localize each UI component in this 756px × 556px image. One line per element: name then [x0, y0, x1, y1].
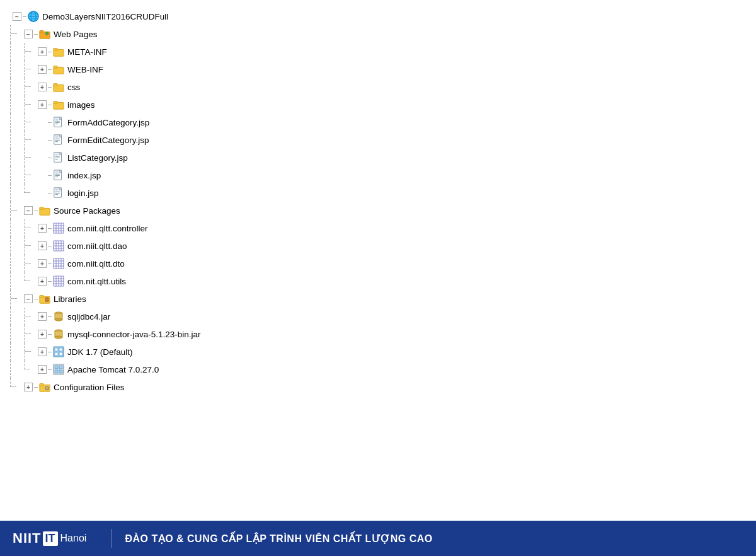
svg-rect-33 [55, 154, 59, 156]
expand-jdk[interactable]: + [38, 347, 47, 356]
jsp-file-icon [53, 117, 64, 128]
expand-webinf[interactable]: + [38, 65, 47, 74]
folder-images-icon [53, 99, 64, 110]
expand-controller[interactable]: + [38, 224, 47, 233]
config-label: Configuration Files [54, 383, 125, 392]
svg-point-86 [55, 336, 62, 339]
tree-node-mysql[interactable]: + mysql-connector-java-5.1.23-bin.jar [8, 325, 756, 343]
webpages-label: Web Pages [54, 30, 98, 39]
package-icon2 [53, 240, 64, 252]
tree-node-css[interactable]: + css [8, 78, 756, 96]
utils-label: com.nit.qltt.utils [67, 277, 126, 286]
svg-point-7 [45, 32, 49, 35]
project-tree: − Demo3LayersNIIT2016CRUDFull − Web Page… [0, 0, 756, 521]
folder-closed-icon [53, 46, 64, 57]
svg-rect-98 [40, 384, 43, 386]
expand-dto[interactable]: + [38, 259, 47, 268]
tree-node-webpages[interactable]: − Web Pages [8, 25, 756, 43]
svg-point-83 [55, 318, 62, 321]
footer: NIIT IT Hanoi ĐÀO TẠO & CUNG CẤP LẬP TRÌ… [0, 521, 756, 556]
login-label: login.jsp [67, 188, 99, 198]
folder-closed-icon2 [53, 64, 64, 75]
tree-node-dto[interactable]: + com.niit.qltt.dto [8, 255, 756, 272]
tree-node-dao[interactable]: + com.niit.qltt.dao [8, 237, 756, 255]
expand-mysql[interactable]: + [38, 330, 47, 339]
jar-icon2 [53, 328, 64, 340]
svg-rect-94 [59, 366, 62, 369]
tree-node-config[interactable]: + Configuration Files [8, 378, 756, 396]
tree-node-formaddcategory[interactable]: FormAddCategory.jsp [8, 113, 756, 131]
svg-rect-27 [55, 136, 59, 138]
footer-tagline: ĐÀO TẠO & CUNG CẤP LẬP TRÌNH VIÊN CHẤT L… [125, 533, 432, 545]
images-label: images [67, 100, 95, 110]
tree-node-sourcepackages[interactable]: − Source Packages [8, 202, 756, 219]
sqljdbc-label: sqljdbc4.jar [67, 312, 110, 321]
expand-utils[interactable]: + [38, 277, 47, 286]
expand-libraries[interactable]: − [24, 294, 33, 303]
folder-open-icon [39, 28, 50, 40]
tree-node-tomcat[interactable]: + Apache Tomcat 7.0.27.0 [8, 361, 756, 378]
tree-node-controller[interactable]: + com.niit.qltt.controller [8, 219, 756, 237]
jsp-file-icon2 [53, 134, 64, 146]
tree-node-formeditcategory[interactable]: FormEditCategory.jsp [8, 131, 756, 149]
svg-rect-90 [55, 352, 58, 356]
tree-node-libraries[interactable]: − Libraries [8, 290, 756, 308]
index-label: index.jsp [67, 171, 101, 180]
expand-css[interactable]: + [38, 83, 47, 91]
sourcepackages-label: Source Packages [54, 206, 120, 216]
formaddcategory-label: FormAddCategory.jsp [67, 118, 149, 127]
svg-rect-21 [55, 119, 59, 120]
svg-point-80 [45, 300, 49, 302]
svg-rect-91 [59, 352, 62, 356]
package-icon [53, 223, 64, 234]
jsp-file-icon5 [53, 187, 64, 199]
css-label: css [67, 83, 80, 92]
tree-node-root[interactable]: − Demo3LayersNIIT2016CRUDFull [8, 8, 756, 25]
controller-label: com.niit.qltt.controller [67, 224, 148, 233]
tree-node-utils[interactable]: + com.nit.qltt.utils [8, 272, 756, 290]
tree-node-sqljdbc[interactable]: + sqljdbc4.jar [8, 308, 756, 325]
svg-rect-11 [54, 66, 57, 69]
package-icon3 [53, 258, 64, 269]
tree-node-images[interactable]: + images [8, 96, 756, 113]
expand-tomcat[interactable]: + [38, 365, 47, 374]
expand-webpages[interactable]: − [24, 30, 33, 38]
tree-node-metainf[interactable]: + META-INF [8, 43, 756, 61]
jdk-label: JDK 1.7 (Default) [67, 347, 133, 357]
tree-node-index[interactable]: index.jsp [8, 166, 756, 184]
dao-label: com.niit.qltt.dao [67, 241, 127, 251]
expand-sqljdbc[interactable]: + [38, 312, 47, 321]
expand-root[interactable]: − [13, 12, 21, 21]
svg-rect-96 [59, 370, 62, 373]
folder-css-icon [53, 81, 64, 93]
expand-config[interactable]: + [24, 383, 33, 391]
expand-sourcepackages[interactable]: − [24, 206, 33, 215]
svg-rect-47 [40, 207, 43, 210]
tree-node-webinf[interactable]: + WEB-INF [8, 61, 756, 78]
folder-source-icon [39, 205, 50, 216]
footer-it-box: IT [43, 531, 58, 546]
config-folder-icon [39, 381, 50, 393]
tree-node-listcategory[interactable]: ListCategory.jsp [8, 149, 756, 166]
expand-dao[interactable]: + [38, 241, 47, 250]
globe-icon [28, 11, 39, 22]
root-label: Demo3LayersNIIT2016CRUDFull [42, 12, 168, 21]
expand-images[interactable]: + [38, 100, 47, 109]
svg-rect-13 [54, 84, 57, 86]
jar-icon [53, 311, 64, 322]
svg-rect-6 [40, 31, 43, 33]
tree-node-login[interactable]: login.jsp [8, 184, 756, 202]
tomcat-icon [53, 364, 64, 375]
footer-hanoi-text: Hanoi [60, 533, 87, 544]
svg-rect-88 [55, 348, 58, 351]
jsp-file-icon4 [53, 170, 64, 181]
tree-node-jdk[interactable]: + JDK 1.7 (Default) [8, 343, 756, 361]
svg-rect-77 [40, 296, 43, 298]
folder-lib-icon [39, 293, 50, 304]
tomcat-label: Apache Tomcat 7.0.27.0 [67, 365, 159, 374]
jdk-icon [53, 346, 64, 357]
mysql-label: mysql-connector-java-5.1.23-bin.jar [67, 330, 201, 339]
expand-metainf[interactable]: + [38, 47, 47, 56]
package-icon4 [53, 275, 64, 287]
svg-rect-39 [55, 171, 59, 173]
